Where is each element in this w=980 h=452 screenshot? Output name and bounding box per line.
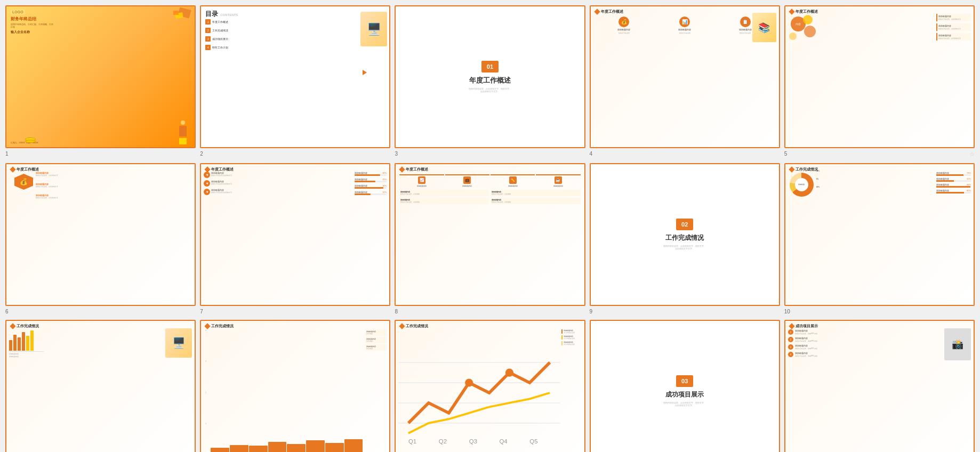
s8-text-grid: 添加标题内容 您的文字在这里，点击添加 添加标题内容 您的文字在这里，点击添加 … xyxy=(398,190,581,204)
contents-illus: 🖥️ xyxy=(360,12,387,46)
s10-header: 工作完成情况 xyxy=(790,167,818,172)
svg-text:Q1: Q1 xyxy=(408,438,416,444)
slide-wrapper-10: 工作完成情况 添加标题 23% 6% 39% 添加标题内容78% xyxy=(784,163,975,316)
slide-wrapper-5: 年度工作概述 内容 添加标题内容您的文字在这里，点击添加文字 添加标题内容您的文… xyxy=(784,5,975,159)
slide1-subtitle: 适用于年终总结、工作汇报、工作回顾、工作计划 xyxy=(11,23,53,28)
svg-text:Q3: Q3 xyxy=(469,438,477,444)
s5-text: 添加标题内容您的文字在这里，点击添加文字 添加标题内容您的文字在这里，点击添加文… xyxy=(936,14,971,41)
slide1-company: 输入企业名称 xyxy=(11,30,53,35)
s15-header: 成功项目展示 xyxy=(790,324,818,329)
contents-arrow xyxy=(363,70,367,75)
slide-11[interactable]: 工作完成情况 添加标题内容 添加标题内容 xyxy=(5,320,196,452)
s10-donut: 添加标题 23% 6% 39% xyxy=(790,173,814,197)
slide-14[interactable]: 03 成功项目展示 您的作按在这里，点击添加文字，您的文字，点击添加文字文字。 xyxy=(590,320,780,452)
s3-num: 01 xyxy=(481,61,499,72)
svg-point-4 xyxy=(465,378,473,386)
slide-wrapper-14: 03 成功项目展示 您的作按在这里，点击添加文字，您的文字，点击添加文字文字。 … xyxy=(590,320,780,452)
slide-12[interactable]: 工作完成情况 43210 xyxy=(200,320,390,452)
slide-wrapper-15: 成功项目展示 1 添加标题内容内容文字在这里，添加PPT内容 2 添加标题内容内… xyxy=(784,320,975,452)
slide-13[interactable]: 工作完成情况 xyxy=(395,320,585,452)
slide-number-1: 1 xyxy=(5,150,196,158)
s13-header: 工作完成情况 xyxy=(400,324,428,329)
s4-icons-row: 💰 添加标题内容 您的文字在这里 📊 添加标题内容 您的文字在这里 📋 添加标题… xyxy=(593,17,776,34)
slide-8[interactable]: 年度工作概述 📈 添加标题内容 💼 添加标题内容 ✏️ 添加标题内容 xyxy=(395,163,585,306)
s12-chart: 43210 xyxy=(205,329,363,452)
s9-desc: 您的作按在这里，点击添加文字，您的文字，点击添加文字文字。 xyxy=(663,245,706,250)
slide-number-8: 8 xyxy=(395,308,585,316)
slide-3[interactable]: 01 年度工作概述 您的作按在这里，点击添加文字，您的文字，点击添加文字文字。 xyxy=(395,5,585,148)
svg-text:Q2: Q2 xyxy=(439,438,447,444)
slide-wrapper-2: 目录 CONTENTS 1 年度工作概述 2 工作完成情况 3 成功项目 xyxy=(200,5,390,159)
slide1-logo: LOGO xyxy=(11,10,25,14)
slide-number-9: 9 xyxy=(590,308,780,316)
s14-desc: 您的作按在这里，点击添加文字，您的文字，点击添加文字文字。 xyxy=(663,401,706,407)
contents-list: 1 年度工作概述 2 工作完成情况 3 成功项目展示 4 明年工作计划 xyxy=(205,19,243,50)
contents-header: 目录 CONTENTS xyxy=(205,10,238,19)
s6-header: 年度工作概述 xyxy=(11,167,39,172)
slide-wrapper-8: 年度工作概述 📈 添加标题内容 💼 添加标题内容 ✏️ 添加标题内容 xyxy=(395,163,585,316)
slide-wrapper-1: LOGO 财务年终总结 适用于年终总结、工作汇报、工作回顾、工作计划 输入企业名… xyxy=(5,5,196,159)
s14-title: 成功项目展示 xyxy=(665,390,704,399)
slide-number-4: 4 xyxy=(590,150,780,158)
slide-number-3: 3 xyxy=(395,150,585,158)
slide-1[interactable]: LOGO 财务年终总结 适用于年终总结、工作汇报、工作回顾、工作计划 输入企业名… xyxy=(5,5,196,148)
svg-text:Q5: Q5 xyxy=(530,438,538,444)
s3-title: 年度工作概述 xyxy=(469,76,511,85)
slide-number-6: 6 xyxy=(5,308,196,316)
slide-5[interactable]: 年度工作概述 内容 添加标题内容您的文字在这里，点击添加文字 添加标题内容您的文… xyxy=(784,5,975,148)
slide-4[interactable]: 年度工作概述 💰 添加标题内容 您的文字在这里 📊 添加标题内容 您的文字在这里 xyxy=(590,5,780,148)
s12-header: 工作完成情况 xyxy=(205,324,234,329)
s11-header: 工作完成情况 xyxy=(11,324,39,329)
s12-legend: 添加标题内容文字内容 添加标题内容文字内容 添加标题内容文字内容 xyxy=(365,329,387,351)
svg-text:Q4: Q4 xyxy=(500,438,508,444)
s15-photo: 📸 xyxy=(944,328,971,360)
s13-legend: 添加标题内容文字内容在这里 添加标题内容文字内容在这里 添加标题内容文字内容在这… xyxy=(561,329,583,345)
slide-6[interactable]: 年度工作概述 💰 添加标题内容 您的文字在这里，点击添加文字 添加标题内容 您的… xyxy=(5,163,196,306)
s4-header: 年度工作概述 xyxy=(595,9,623,14)
slide-wrapper-3: 01 年度工作概述 您的作按在这里，点击添加文字，您的文字，点击添加文字文字。 … xyxy=(395,5,585,159)
person-illus xyxy=(173,120,192,144)
s15-list: 1 添加标题内容内容文字在这里，添加PPT内容 2 添加标题内容内容文字在这里，… xyxy=(788,329,823,357)
slide-15[interactable]: 成功项目展示 1 添加标题内容内容文字在这里，添加PPT内容 2 添加标题内容内… xyxy=(784,320,975,452)
s9-title: 工作完成情况 xyxy=(665,233,704,243)
s6-hex: 💰 xyxy=(14,174,33,190)
slide-10[interactable]: 工作完成情况 添加标题 23% 6% 39% 添加标题内容78% xyxy=(784,163,975,306)
s7-right: 添加标题内容80% 添加标题内容65% 添加标题内容90% 添加标题内容50% xyxy=(355,172,387,195)
slide-wrapper-6: 年度工作概述 💰 添加标题内容 您的文字在这里，点击添加文字 添加标题内容 您的… xyxy=(5,163,196,316)
s7-left: ★ 添加标题内容 您的文字在这里点击添加文字。 ★ 添加标题内容 您的文字在这里… xyxy=(204,172,236,195)
slide-wrapper-13: 工作完成情况 xyxy=(395,320,585,452)
s14-num: 03 xyxy=(676,375,693,387)
slide-9[interactable]: 02 工作完成情况 您的作按在这里，点击添加文字，您的文字，点击添加文字文字。 xyxy=(590,163,780,306)
svg-point-5 xyxy=(505,368,513,376)
deco-rect-3 xyxy=(173,11,179,15)
s11-bars: 添加标题内容 添加标题内容 xyxy=(9,329,44,356)
coins xyxy=(25,138,36,143)
s6-text2: 添加标题内容 您的文字在这里，点击添加文字 xyxy=(36,183,70,188)
slide-2[interactable]: 目录 CONTENTS 1 年度工作概述 2 工作完成情况 3 成功项目 xyxy=(200,5,390,148)
slide-wrapper-4: 年度工作概述 💰 添加标题内容 您的文字在这里 📊 添加标题内容 您的文字在这里 xyxy=(590,5,780,159)
slide-wrapper-12: 工作完成情况 43210 xyxy=(200,320,390,452)
s10-legend: 添加标题内容78% 添加标题内容50% 添加标题内容98% 添加标题内容80% xyxy=(936,172,971,193)
slide-number-10: 10 xyxy=(784,308,975,316)
s8-header: 年度工作概述 xyxy=(400,167,428,172)
s6-text3: 添加标题内容 您的文字在这里，点击添加文字 xyxy=(36,194,70,199)
s8-4icons: 📈 添加标题内容 💼 添加标题内容 ✏️ 添加标题内容 ☕ 添加标题内容 xyxy=(398,174,581,187)
slide-wrapper-11: 工作完成情况 添加标题内容 添加标题内容 xyxy=(5,320,196,452)
s6-text1: 添加标题内容 您的文字在这里，点击添加文字 xyxy=(36,172,70,176)
s9-num: 02 xyxy=(676,219,693,230)
slide-number-2: 2 xyxy=(200,150,390,158)
slide-wrapper-9: 02 工作完成情况 您的作按在这里，点击添加文字，您的文字，点击添加文字文字。 … xyxy=(590,163,780,316)
slide1-title: 财务年终总结 xyxy=(11,16,53,22)
s11-illus: 🖥️ xyxy=(165,328,192,358)
s3-desc: 您的作按在这里，点击添加文字，您的文字，点击添加文字文字。 xyxy=(469,87,511,93)
slides-grid: LOGO 财务年终总结 适用于年终总结、工作汇报、工作回顾、工作计划 输入企业名… xyxy=(5,5,975,452)
s5-bubbles: 内容 xyxy=(788,14,817,46)
s4-illus: 📚 xyxy=(752,13,776,42)
slide-wrapper-7: 年度工作概述 ★ 添加标题内容 您的文字在这里点击添加文字。 ★ xyxy=(200,163,390,316)
s13-linechart: Q1 Q2 Q3 Q4 Q5 xyxy=(398,329,560,452)
slide-number-5: 5 ☆ xyxy=(784,150,975,159)
slide-number-7: 7 xyxy=(200,308,390,316)
slide-7[interactable]: 年度工作概述 ★ 添加标题内容 您的文字在这里点击添加文字。 ★ xyxy=(200,163,390,306)
